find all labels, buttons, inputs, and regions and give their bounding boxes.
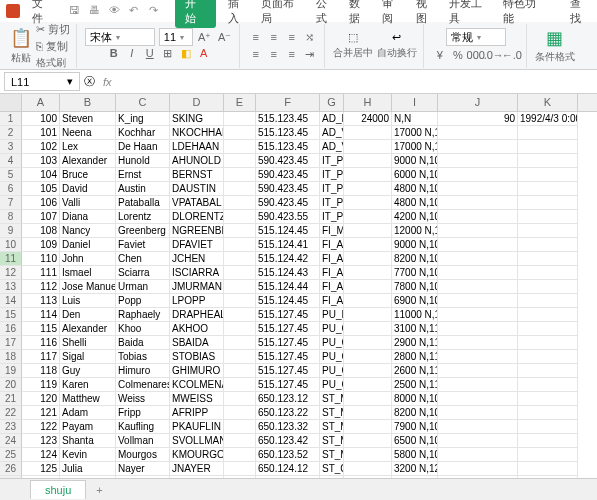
increase-font-icon[interactable]: A⁺ [197, 29, 213, 45]
cell[interactable]: LDEHAAN [170, 140, 224, 154]
align-bot-icon[interactable]: ≡ [284, 29, 300, 45]
cell[interactable] [518, 462, 578, 476]
cell[interactable]: 103 [22, 154, 60, 168]
cell[interactable]: 106 [22, 196, 60, 210]
tab-special[interactable]: 特色功能 [503, 0, 546, 26]
cell[interactable] [224, 420, 256, 434]
cell[interactable] [438, 462, 518, 476]
tab-data[interactable]: 数据 [349, 0, 370, 26]
cell[interactable]: AD_PRES [320, 112, 344, 126]
cell[interactable]: 122 [22, 420, 60, 434]
cell[interactable]: ST_MAN [320, 434, 344, 448]
cell[interactable]: Chen [116, 252, 170, 266]
row-header[interactable]: 13 [0, 280, 22, 294]
merge-button[interactable]: 合并居中 [333, 46, 373, 60]
cell[interactable] [224, 378, 256, 392]
cell[interactable]: Alexander [60, 322, 116, 336]
cell[interactable] [224, 266, 256, 280]
cell[interactable]: IT_PROG [320, 196, 344, 210]
cell[interactable]: ST_MAN [320, 392, 344, 406]
tab-review[interactable]: 审阅 [382, 0, 403, 26]
cell[interactable]: Neena [60, 126, 116, 140]
cell[interactable] [224, 280, 256, 294]
cell[interactable]: Popp [116, 294, 170, 308]
col-header[interactable]: H [344, 94, 392, 111]
cell[interactable] [518, 308, 578, 322]
currency-icon[interactable]: ¥ [432, 47, 448, 63]
row-header[interactable]: 14 [0, 294, 22, 308]
cell[interactable]: Nayer [116, 462, 170, 476]
cell[interactable] [438, 252, 518, 266]
cell[interactable]: Lex [60, 140, 116, 154]
cell[interactable]: 4800 N,103,60,1998-03-03 00:00:00'' [392, 196, 438, 210]
cell[interactable] [224, 182, 256, 196]
cell[interactable]: 515.127.45 [256, 378, 320, 392]
cell[interactable]: 650.123.32 [256, 420, 320, 434]
cell[interactable] [224, 462, 256, 476]
cell[interactable]: David [60, 182, 116, 196]
row-header[interactable]: 18 [0, 350, 22, 364]
row-header[interactable]: 11 [0, 252, 22, 266]
cell[interactable] [224, 224, 256, 238]
cell[interactable]: 515.124.43 [256, 266, 320, 280]
wrap-button[interactable]: 自动换行 [377, 46, 417, 60]
cell[interactable]: Urman [116, 280, 170, 294]
cell[interactable] [438, 420, 518, 434]
cell[interactable]: 124 [22, 448, 60, 462]
cell[interactable]: Hunold [116, 154, 170, 168]
cell[interactable] [224, 308, 256, 322]
wrap-icon[interactable]: ↩ [392, 31, 401, 44]
cell[interactable]: Nancy [60, 224, 116, 238]
cell[interactable]: 4800 N,103,60,1998-03-03 00:00:00'' [392, 182, 438, 196]
row-header[interactable]: 1 [0, 112, 22, 126]
cell[interactable]: ST_MAN [320, 448, 344, 462]
cell[interactable]: Baida [116, 336, 170, 350]
cell[interactable]: 515.124.45 [256, 294, 320, 308]
font-family-select[interactable]: 宋体▾ [85, 28, 155, 46]
cell[interactable]: FI_ACCOUNT [320, 266, 344, 280]
cell[interactable] [224, 210, 256, 224]
tab-layout[interactable]: 页面布局 [261, 0, 304, 26]
cell[interactable]: AD_VP [320, 126, 344, 140]
cell[interactable]: 650.123.12 [256, 392, 320, 406]
cell[interactable] [518, 196, 578, 210]
cell[interactable] [518, 140, 578, 154]
cell[interactable]: 114 [22, 308, 60, 322]
cell[interactable]: ST_MAN [320, 406, 344, 420]
cell[interactable] [438, 182, 518, 196]
cell[interactable]: 590.423.45 [256, 196, 320, 210]
cell[interactable]: N,N [392, 112, 438, 126]
cell[interactable]: Pataballa [116, 196, 170, 210]
cell[interactable]: 515.123.45 [256, 126, 320, 140]
col-header[interactable]: I [392, 94, 438, 111]
cell[interactable] [518, 252, 578, 266]
cell[interactable]: 6900 N,108,100,2000-09-09 00:00:00'' [392, 294, 438, 308]
cell[interactable]: 8200 N,108,100,2000-09-09 00:00:00'' [392, 252, 438, 266]
cell[interactable] [344, 392, 392, 406]
cell[interactable] [344, 364, 392, 378]
cell[interactable]: DRAPHEAL [170, 308, 224, 322]
cell[interactable]: 24000 [344, 112, 392, 126]
cell[interactable]: 650.123.42 [256, 434, 320, 448]
cell[interactable] [518, 266, 578, 280]
cell[interactable]: FI_ACCOUNT [320, 252, 344, 266]
cell[interactable]: STOBIAS [170, 350, 224, 364]
cell[interactable] [344, 406, 392, 420]
cell[interactable] [438, 280, 518, 294]
cell[interactable]: Sigal [60, 350, 116, 364]
cell[interactable]: Daniel [60, 238, 116, 252]
cell[interactable]: 515.124.44 [256, 280, 320, 294]
cell[interactable] [438, 350, 518, 364]
cell[interactable]: GHIMURO [170, 364, 224, 378]
cell[interactable]: Lorentz [116, 210, 170, 224]
cell[interactable]: Shelli [60, 336, 116, 350]
cell[interactable] [344, 266, 392, 280]
cell[interactable] [518, 224, 578, 238]
cell[interactable]: Alexander [60, 154, 116, 168]
col-header[interactable]: G [320, 94, 344, 111]
cell[interactable]: 515.123.45 [256, 140, 320, 154]
cell[interactable] [344, 420, 392, 434]
cell[interactable]: 515.124.41 [256, 238, 320, 252]
cell[interactable] [344, 238, 392, 252]
cell[interactable]: PU_CLERK [320, 336, 344, 350]
